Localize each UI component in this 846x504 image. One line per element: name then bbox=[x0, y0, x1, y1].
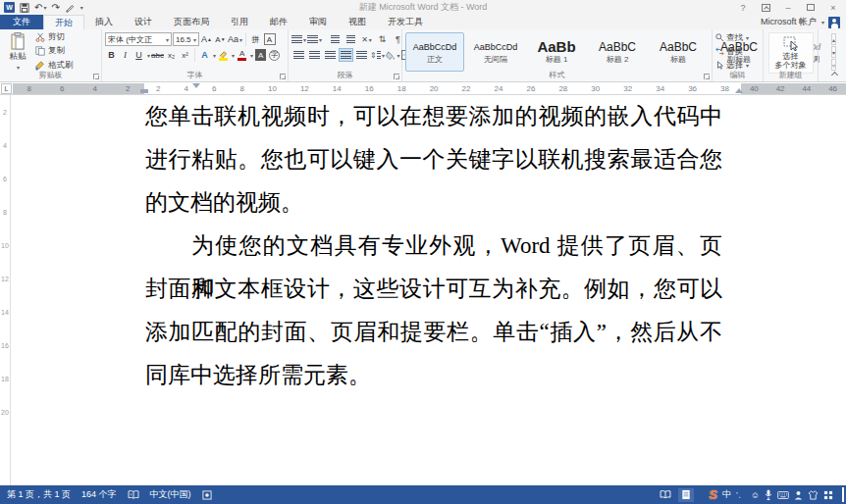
ribbon-display-options-button[interactable] bbox=[760, 2, 771, 14]
document-line[interactable]: 同库中选择所需元素。 bbox=[145, 354, 722, 397]
customize-qat-button[interactable]: ▾ bbox=[79, 5, 83, 11]
document-line[interactable]: 封面和文本框设计，这些设计可互为补充。例如，您可以 bbox=[145, 268, 722, 311]
superscript-button[interactable]: x² bbox=[179, 48, 191, 62]
font-name-dropdown-icon[interactable]: ▾ bbox=[166, 36, 169, 43]
strikethrough-button[interactable]: abc bbox=[151, 48, 164, 62]
select-multiple-objects-button[interactable]: 选择多个对象 bbox=[768, 32, 814, 74]
numbering-dropdown-icon[interactable]: ▾ bbox=[319, 36, 322, 43]
language-indicator[interactable]: 中文(中国) bbox=[150, 488, 191, 501]
collapse-ribbon-button[interactable] bbox=[831, 72, 838, 78]
document-page[interactable]: 您单击联机视频时，可以在想要添加的视频的嵌入代码中进行粘贴。您也可以键入一个关键… bbox=[11, 95, 846, 485]
line-spacing-dropdown-icon[interactable]: ▾ bbox=[382, 52, 385, 59]
align-right-button[interactable] bbox=[323, 48, 338, 62]
tab-selector-button[interactable]: L bbox=[1, 83, 12, 94]
enclose-characters-button[interactable]: 字 bbox=[268, 48, 281, 62]
sort-button[interactable]: ⇅ bbox=[375, 32, 390, 46]
save-button[interactable] bbox=[20, 3, 29, 13]
text-effects-dropdown-icon[interactable]: ▾ bbox=[213, 52, 216, 59]
tab-insert[interactable]: 插入 bbox=[84, 15, 124, 29]
character-shading-button[interactable]: A bbox=[254, 48, 267, 62]
ime-emoji-icon[interactable]: ☺ bbox=[751, 490, 760, 500]
underline-dropdown-icon[interactable]: ▾ bbox=[147, 52, 150, 59]
document-line[interactable]: 您单击联机视频时，可以在想要添加的视频的嵌入代码中 bbox=[145, 95, 722, 138]
font-color-button[interactable]: A bbox=[236, 48, 248, 62]
document-line[interactable]: 为使您的文档具有专业外观，Word 提供了页眉、页脚、 bbox=[145, 225, 722, 268]
tab-review[interactable]: 审阅 bbox=[298, 15, 338, 29]
tab-mailings[interactable]: 邮件 bbox=[259, 15, 298, 29]
horizontal-ruler[interactable]: L 8642 246810121416182022242628303234363… bbox=[0, 82, 846, 95]
font-size-dropdown-icon[interactable]: ▾ bbox=[193, 36, 196, 43]
restore-button[interactable] bbox=[805, 2, 817, 14]
style-heading1[interactable]: AaBb标题 1 bbox=[527, 32, 586, 72]
read-mode-view-button[interactable] bbox=[658, 488, 673, 502]
tab-home[interactable]: 开始 bbox=[43, 15, 84, 29]
underline-button[interactable]: U bbox=[132, 48, 145, 62]
word-count-indicator[interactable]: 164 个字 bbox=[81, 488, 117, 501]
asian-layout-button[interactable]: ✕▾ bbox=[359, 32, 374, 46]
print-layout-view-button[interactable] bbox=[678, 488, 694, 502]
bullets-dropdown-icon[interactable]: ▾ bbox=[303, 36, 306, 43]
phonetic-guide-button[interactable]: 拼 bbox=[249, 32, 262, 46]
grow-font-button[interactable]: A▲ bbox=[200, 32, 213, 46]
paragraph-dialog-launcher[interactable] bbox=[394, 74, 399, 79]
macro-record-icon[interactable] bbox=[202, 490, 212, 500]
subscript-button[interactable]: x₂ bbox=[165, 48, 178, 62]
word-app-icon[interactable]: W bbox=[4, 2, 15, 13]
proofing-status-icon[interactable] bbox=[128, 490, 139, 500]
font-color-dropdown-icon[interactable]: ▾ bbox=[250, 52, 253, 59]
style-normal[interactable]: AaBbCcDd正文 bbox=[405, 32, 464, 72]
ime-punctuation-icon[interactable]: ’、 bbox=[736, 489, 746, 500]
ink-pen-icon[interactable] bbox=[65, 3, 75, 13]
text-effects-button[interactable]: A bbox=[198, 48, 211, 62]
tab-design[interactable]: 设计 bbox=[124, 15, 163, 29]
document-line[interactable]: 的文档的视频。 bbox=[145, 181, 722, 225]
align-center-button[interactable] bbox=[307, 48, 322, 62]
page-number-indicator[interactable]: 第 1 页，共 1 页 bbox=[7, 488, 71, 501]
tab-references[interactable]: 引用 bbox=[220, 15, 259, 29]
tab-page-layout[interactable]: 页面布局 bbox=[163, 15, 220, 29]
ime-keyboard-icon[interactable] bbox=[777, 491, 789, 499]
redo-button[interactable]: ↷ bbox=[51, 3, 59, 13]
ime-toolbox-icon[interactable] bbox=[823, 490, 833, 500]
style-heading2[interactable]: AaBbC标题 2 bbox=[588, 32, 647, 72]
change-case-button[interactable]: Aa▾ bbox=[228, 32, 242, 46]
minimize-button[interactable]: – bbox=[782, 2, 794, 14]
find-dropdown-icon[interactable]: ▾ bbox=[746, 34, 749, 41]
first-line-indent-marker[interactable] bbox=[192, 83, 200, 92]
sogou-logo-icon[interactable]: S bbox=[709, 487, 717, 502]
vertical-ruler[interactable]: 2468101214161820 bbox=[0, 95, 11, 485]
increase-indent-button[interactable] bbox=[344, 32, 358, 46]
shrink-font-button[interactable]: A▼ bbox=[214, 32, 227, 46]
ime-account-icon[interactable] bbox=[794, 490, 803, 500]
asian-layout-dropdown-icon[interactable]: ▾ bbox=[369, 36, 372, 43]
clipboard-dialog-launcher[interactable] bbox=[93, 74, 99, 79]
style-title[interactable]: AaBbC标题 bbox=[649, 32, 708, 72]
replace-button[interactable]: 替换 bbox=[715, 46, 760, 58]
account-area[interactable]: Microsoft 帐户 ▾ bbox=[761, 15, 846, 29]
undo-button[interactable]: ↶▾ bbox=[34, 3, 46, 13]
tab-developer[interactable]: 开发工具 bbox=[377, 15, 434, 29]
italic-button[interactable]: I bbox=[119, 48, 132, 62]
distribute-button[interactable] bbox=[354, 48, 369, 62]
highlight-dropdown-icon[interactable]: ▾ bbox=[232, 52, 235, 59]
bullets-button[interactable]: ▾ bbox=[291, 32, 306, 46]
bold-button[interactable]: B bbox=[105, 48, 118, 62]
select-dropdown-icon[interactable]: ▾ bbox=[746, 62, 749, 69]
decrease-indent-button[interactable] bbox=[328, 32, 343, 46]
undo-dropdown-icon[interactable]: ▾ bbox=[43, 5, 46, 11]
numbering-button[interactable]: ▾ bbox=[307, 32, 322, 46]
highlight-color-button[interactable] bbox=[217, 48, 230, 62]
find-button[interactable]: 查找▾ bbox=[715, 32, 760, 44]
ime-skin-icon[interactable] bbox=[808, 490, 819, 500]
font-size-combobox[interactable]: 16.5▾ bbox=[173, 32, 199, 46]
shading-dropdown-icon[interactable]: ▾ bbox=[397, 52, 399, 59]
ime-chinese-mode-icon[interactable]: 中 bbox=[722, 488, 731, 501]
account-avatar[interactable] bbox=[828, 17, 840, 28]
right-indent-marker[interactable] bbox=[735, 84, 743, 93]
help-button[interactable]: ? bbox=[737, 2, 749, 14]
document-line[interactable]: 添加匹配的封面、页眉和提要栏。单击“插入”，然后从不 bbox=[145, 311, 722, 354]
font-dialog-launcher[interactable] bbox=[280, 74, 286, 79]
style-no-spacing[interactable]: AaBbCcDd无间隔 bbox=[466, 32, 525, 72]
tab-view[interactable]: 视图 bbox=[338, 15, 377, 29]
copy-button[interactable]: 复制 bbox=[35, 45, 74, 57]
